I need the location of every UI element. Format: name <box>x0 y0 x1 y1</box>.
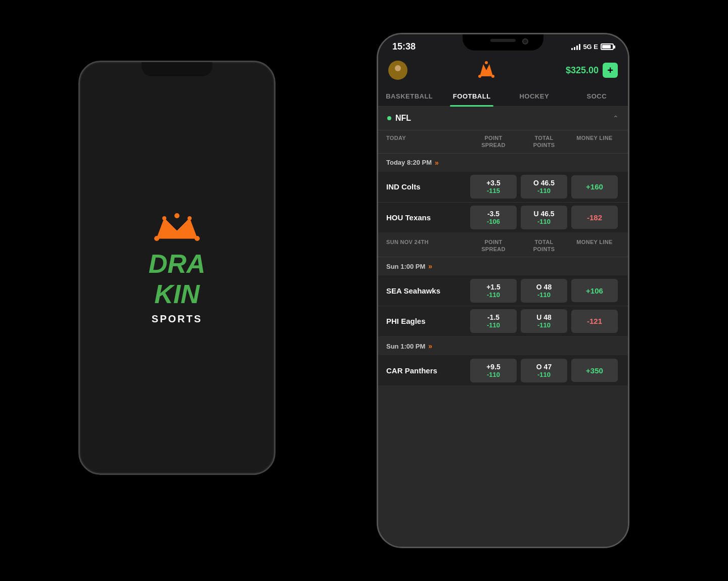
col-date-label: SUN NOV 24TH <box>386 238 468 253</box>
spread-bot: -110 <box>487 371 500 378</box>
point-spread-hou-texans[interactable]: -3.5 -106 <box>470 206 517 229</box>
spread-bot: -115 <box>487 187 500 195</box>
spread-bot: -106 <box>487 218 500 225</box>
status-time: 15:38 <box>392 41 416 52</box>
status-icons: 5G E <box>571 43 614 51</box>
nfl-label: NFL <box>387 114 411 123</box>
dk-crown-icon <box>154 211 200 247</box>
matchup-panthers: CAR Panthers +9.5 -110 O 47 -110 +350 <box>378 355 628 385</box>
nfl-collapse-chevron-icon[interactable]: ⌃ <box>613 114 619 122</box>
phone-front: 15:38 5G E <box>377 33 629 548</box>
total-bot: -110 <box>537 218 551 225</box>
money-line-phi[interactable]: -121 <box>571 310 618 333</box>
total-top: U 48 <box>536 313 552 321</box>
table-row[interactable]: SEA Seahawks +1.5 -110 O 48 -110 +106 <box>378 275 628 306</box>
battery-icon <box>601 43 614 50</box>
tab-football[interactable]: FOOTBALL <box>441 86 504 106</box>
table-row[interactable]: PHI Eagles -1.5 -110 U 48 -110 -121 <box>378 306 628 336</box>
total-top: O 48 <box>536 283 552 291</box>
col-today: TODAY <box>386 134 468 149</box>
total-bot: -110 <box>537 321 551 329</box>
notch <box>463 34 543 51</box>
game-time-sun-1pm-1: Sun 1:00 PM » <box>378 257 628 275</box>
app-header: $325.00 + <box>378 56 628 86</box>
total-top: O 47 <box>536 363 552 371</box>
money-value: +350 <box>586 366 603 375</box>
tab-hockey[interactable]: HOCKEY <box>503 86 566 106</box>
money-value: +160 <box>586 182 603 191</box>
total-points-hou-texans[interactable]: U 46.5 -110 <box>521 206 567 229</box>
table-row[interactable]: CAR Panthers +9.5 -110 O 47 -110 +350 <box>378 355 628 385</box>
point-spread-car[interactable]: +9.5 -110 <box>470 359 517 382</box>
dk-logo-text-area: DRA <box>149 251 206 277</box>
dk-logo-second-line: KIN <box>154 281 200 307</box>
total-points-car[interactable]: O 47 -110 <box>521 359 567 382</box>
spread-top: +3.5 <box>486 179 500 187</box>
spread-top: +9.5 <box>486 363 500 371</box>
total-points-ind-colts[interactable]: O 46.5 -110 <box>521 175 567 199</box>
dk-sports-label: SPORTS <box>152 313 202 325</box>
matchup-colts-texans: IND Colts +3.5 -115 O 46.5 -110 +160 HOU… <box>378 172 628 232</box>
team-name-ind-colts: IND Colts <box>386 182 468 191</box>
svg-point-3 <box>174 213 179 218</box>
team-name-sea-seahawks: SEA Seahawks <box>386 286 468 295</box>
svg-point-5 <box>188 216 192 220</box>
table-row[interactable]: HOU Texans -3.5 -106 U 46.5 -110 -182 <box>378 202 628 232</box>
money-line-car[interactable]: +350 <box>571 359 618 382</box>
balance-area: $325.00 + <box>566 63 618 78</box>
nfl-live-dot <box>387 116 391 120</box>
game-time-chevron-icon-2[interactable]: » <box>428 262 432 270</box>
spread-bot: -110 <box>487 321 500 329</box>
game-time-chevron-icon[interactable]: » <box>435 159 439 167</box>
table-row[interactable]: IND Colts +3.5 -115 O 46.5 -110 +160 <box>378 172 628 202</box>
avatar[interactable] <box>388 61 407 80</box>
total-points-sea[interactable]: O 48 -110 <box>521 279 567 303</box>
team-name-car-panthers: CAR Panthers <box>386 366 468 375</box>
tab-basketball[interactable]: BASKETBALL <box>378 86 441 106</box>
game-time-sun-1pm-2: Sun 1:00 PM » <box>378 337 628 355</box>
money-line-hou-texans[interactable]: -182 <box>571 206 618 229</box>
dk-logo-kin: KIN <box>154 281 200 307</box>
add-funds-button[interactable]: + <box>603 63 618 78</box>
game-time-text: Today 8:20 PM <box>386 159 432 166</box>
nfl-section-header[interactable]: NFL ⌃ <box>378 107 628 130</box>
spread-top: -1.5 <box>487 313 499 321</box>
money-line-ind-colts[interactable]: +160 <box>571 175 618 199</box>
money-value: -182 <box>587 213 602 222</box>
col-total-points-2: TOTALPOINTS <box>519 238 569 253</box>
total-top: U 46.5 <box>533 210 554 218</box>
svg-point-1 <box>154 236 159 241</box>
money-line-sea[interactable]: +106 <box>571 279 618 302</box>
battery-fill <box>602 45 611 49</box>
svg-point-9 <box>478 75 481 78</box>
phone-back: DRA KIN SPORTS <box>78 61 276 475</box>
col-point-spread-2: POINTSPREAD <box>468 238 519 253</box>
point-spread-phi[interactable]: -1.5 -110 <box>470 309 517 333</box>
money-value: +106 <box>586 286 603 295</box>
game-time-text-2: Sun 1:00 PM <box>386 343 425 350</box>
game-time-text-1: Sun 1:00 PM <box>386 263 425 270</box>
svg-point-10 <box>491 75 494 78</box>
col-point-spread: POINTSPREAD <box>468 134 519 149</box>
col-money-line-2: MONEY LINE <box>569 238 620 253</box>
team-name-hou-texans: HOU Texans <box>386 213 468 222</box>
col-total-points: TOTALPOINTS <box>519 134 569 149</box>
tab-soccer[interactable]: SOCC <box>566 86 628 106</box>
nfl-text: NFL <box>395 114 411 123</box>
game-time-chevron-icon-3[interactable]: » <box>428 342 432 350</box>
svg-point-6 <box>395 65 401 71</box>
total-bot: -110 <box>537 291 551 299</box>
total-points-phi[interactable]: U 48 -110 <box>521 309 567 333</box>
notch-speaker <box>490 39 516 42</box>
column-headers-today: TODAY POINTSPREAD TOTALPOINTS MONEY LINE <box>378 130 628 154</box>
team-name-phi-eagles: PHI Eagles <box>386 317 468 325</box>
point-spread-ind-colts[interactable]: +3.5 -115 <box>470 175 517 199</box>
spread-top: -3.5 <box>487 210 499 218</box>
money-value: -121 <box>587 317 602 325</box>
svg-point-4 <box>162 216 166 220</box>
phone-back-notch <box>142 62 212 76</box>
main-content[interactable]: NFL ⌃ TODAY POINTSPREAD TOTALPOINTS MONE… <box>378 107 628 547</box>
point-spread-sea[interactable]: +1.5 -110 <box>470 279 517 303</box>
game-time-today-820pm: Today 8:20 PM » <box>378 154 628 172</box>
balance-amount: $325.00 <box>566 65 599 76</box>
